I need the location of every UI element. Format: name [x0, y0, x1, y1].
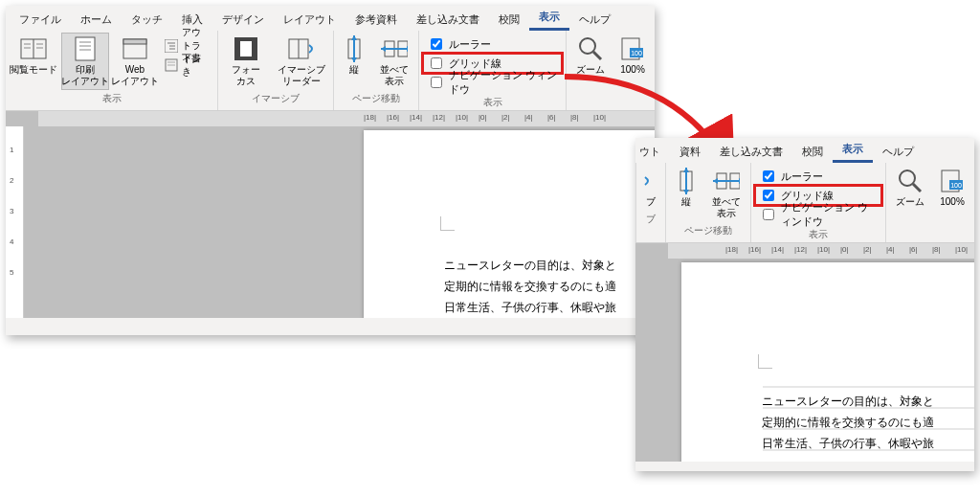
group-immersive: フォー カス イマーシブ リーダー イマーシブ — [218, 31, 334, 110]
screenshot-after: ウト 資料 差し込み文書 校閲 表示 ヘルプ ブ ブ — [635, 138, 974, 471]
tab-mail-2[interactable]: 差し込み文書 — [710, 141, 792, 163]
page: ニュースレターの目的は、対象と 定期的に情報を交換するのにも適 日常生活、子供の… — [364, 130, 655, 318]
zoom-100-label-2: 100% — [940, 196, 965, 208]
web-layout-button[interactable]: Web レイアウト — [113, 33, 157, 90]
zoom-100-button[interactable]: 100 100% — [614, 33, 651, 79]
focus-button[interactable]: フォー カス — [222, 33, 270, 90]
svg-marker-31 — [407, 46, 408, 52]
web-layout-label: Web レイアウト — [111, 64, 159, 87]
vertical-button-2[interactable]: 縦 — [670, 165, 702, 211]
vertical-label: 縦 — [349, 64, 359, 76]
ruler-label: ルーラー — [449, 37, 491, 52]
gridlines-check-input[interactable] — [431, 57, 442, 69]
nav-check-input-2[interactable] — [763, 209, 774, 220]
ribbon-2: ブ ブ 縦 並べて 表示 ページ移動 — [635, 163, 974, 243]
zoom-100-icon-2: 100 — [939, 168, 966, 194]
nav-label-2: ナビゲーション ウィンドウ — [781, 200, 878, 229]
draft-label: 下書き — [182, 52, 210, 79]
ruler-check-input-2[interactable] — [763, 170, 774, 182]
svg-point-46 — [900, 170, 915, 186]
margin-marker-2 — [758, 354, 772, 369]
doc-line-1-2: ニュースレターの目的は、対象と — [762, 391, 934, 412]
svg-marker-44 — [713, 178, 718, 184]
tab-view[interactable]: 表示 — [529, 6, 569, 31]
print-layout-button[interactable]: 印刷 レイアウト — [61, 33, 109, 90]
tab-help[interactable]: ヘルプ — [569, 9, 620, 31]
gridlines-check-input-2[interactable] — [763, 190, 774, 201]
group-show: ルーラー グリッド線 ナビゲーション ウィンドウ 表示 — [419, 31, 567, 110]
zoom-label-2: ズーム — [896, 196, 924, 208]
tab-strip: ファイル ホーム タッチ 挿入 デザイン レイアウト 参考資料 差し込み文書 校… — [6, 6, 655, 31]
immersive-reader-button-2-partial[interactable]: ブ — [640, 165, 661, 211]
tab-design[interactable]: デザイン — [212, 9, 274, 31]
zoom-100-button-2[interactable]: 100 100% — [934, 165, 970, 211]
zoom-100-label: 100% — [620, 64, 645, 76]
document-area: |18||16||14||12||10||0||2||4||6||8||10| … — [6, 111, 655, 318]
group-pagemove-2: 縦 並べて 表示 ページ移動 — [666, 163, 751, 242]
tab-layout-2[interactable]: ウト — [635, 141, 670, 163]
nav-label: ナビゲーション ウィンドウ — [449, 68, 558, 97]
sidebyside-label-2: 並べて 表示 — [712, 196, 741, 219]
svg-point-32 — [580, 38, 595, 54]
tab-review-2[interactable]: 校閲 — [792, 141, 833, 163]
outline-icon — [165, 39, 178, 53]
tab-help-2[interactable]: ヘルプ — [873, 141, 924, 163]
nav-check-input[interactable] — [431, 77, 442, 88]
group-pagemove-label: ページ移動 — [352, 92, 400, 104]
screenshot-before: ファイル ホーム タッチ 挿入 デザイン レイアウト 参考資料 差し込み文書 校… — [6, 6, 655, 335]
zoom-button[interactable]: ズーム — [570, 33, 611, 79]
svg-marker-45 — [739, 178, 740, 184]
ruler-checkbox[interactable]: ルーラー — [423, 34, 562, 54]
tab-layout[interactable]: レイアウト — [274, 9, 345, 31]
doc-line-3: 日常生活、子供の行事、休暇や旅 — [444, 297, 616, 318]
read-mode-button[interactable]: 閲覧モード — [10, 33, 57, 79]
immersive-reader-button[interactable]: イマーシブ リーダー — [274, 33, 329, 90]
tab-touch[interactable]: タッチ — [122, 9, 172, 31]
sidebyside-button-2[interactable]: 並べて 表示 — [706, 165, 746, 222]
draft-icon — [165, 58, 178, 72]
ruler-checkbox-2[interactable]: ルーラー — [755, 167, 881, 186]
read-mode-icon — [20, 35, 47, 62]
group-zoom: ズーム 100 100% — [567, 31, 655, 110]
zoom-button-2[interactable]: ズーム — [890, 165, 930, 211]
svg-text:100: 100 — [950, 182, 962, 189]
print-layout-icon — [72, 35, 99, 62]
nav-checkbox-2[interactable]: ナビゲーション ウィンドウ — [755, 205, 881, 224]
zoom-label: ズーム — [576, 64, 605, 76]
group-immersive-label: イマーシブ — [252, 92, 300, 104]
tab-file[interactable]: ファイル — [10, 9, 71, 31]
vertical-button[interactable]: 縦 — [338, 33, 370, 79]
svg-text:100: 100 — [631, 50, 642, 56]
tab-mail[interactable]: 差し込み文書 — [407, 9, 489, 31]
doc-line-2-2: 定期的に情報を交換するのにも適 — [762, 412, 934, 433]
tab-strip-2: ウト 資料 差し込み文書 校閲 表示 ヘルプ — [635, 138, 974, 163]
ruler-check-input[interactable] — [431, 38, 442, 50]
group-immersive-2: ブ ブ — [635, 163, 666, 242]
group-show-label-2: 表示 — [809, 228, 828, 240]
draft-button[interactable]: 下書き — [161, 56, 213, 75]
focus-label: フォー カス — [232, 64, 260, 87]
svg-line-47 — [913, 184, 921, 192]
svg-rect-11 — [123, 39, 146, 44]
immersive-reader-label: イマーシブ リーダー — [278, 64, 325, 87]
group-pagemove-label-2: ページ移動 — [684, 224, 732, 237]
svg-marker-25 — [351, 35, 357, 40]
nav-checkbox[interactable]: ナビゲーション ウィンドウ — [423, 73, 562, 92]
svg-line-33 — [593, 52, 601, 59]
zoom-icon-2 — [897, 168, 924, 194]
document-area-2: |18||16||14||12||10||0||2||4||6||8||10| … — [635, 243, 974, 462]
tab-ref[interactable]: 参考資料 — [345, 9, 407, 31]
tab-review[interactable]: 校閲 — [489, 9, 529, 31]
vertical-label-2: 縦 — [681, 196, 691, 208]
tab-ref-2[interactable]: 資料 — [670, 141, 710, 163]
zoom-icon — [577, 35, 604, 62]
ribbon: 閲覧モード 印刷 レイアウト Web レイアウト — [6, 31, 655, 111]
vertical-icon — [341, 35, 368, 62]
immersive-reader-icon-2 — [643, 168, 658, 194]
svg-marker-39 — [683, 168, 689, 172]
sidebyside-button[interactable]: 並べて 表示 — [374, 33, 414, 90]
sidebyside-icon-2 — [713, 168, 740, 194]
doc-line-1: ニュースレターの目的は、対象と — [444, 255, 616, 276]
tab-home[interactable]: ホーム — [71, 9, 122, 31]
tab-view-2[interactable]: 表示 — [833, 138, 873, 163]
